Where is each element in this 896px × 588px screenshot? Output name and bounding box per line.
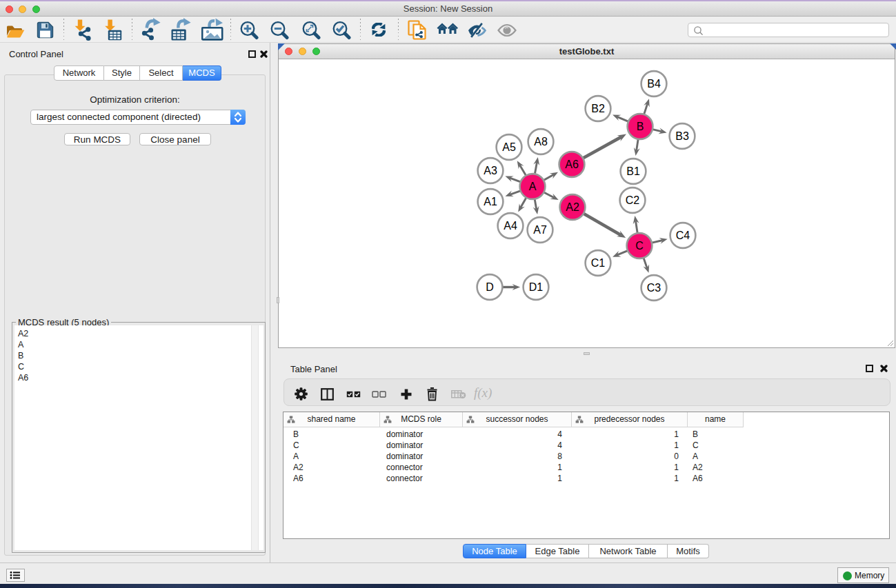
- svg-text:C3: C3: [647, 282, 661, 294]
- svg-text:B1: B1: [626, 165, 640, 177]
- svg-text:D1: D1: [529, 281, 544, 293]
- svg-text:A5: A5: [502, 141, 516, 153]
- svg-text:B3: B3: [675, 130, 689, 142]
- svg-text:C1: C1: [591, 257, 606, 269]
- svg-text:C: C: [635, 240, 644, 252]
- svg-text:B4: B4: [647, 78, 661, 90]
- svg-text:A3: A3: [484, 165, 497, 176]
- svg-text:A1: A1: [484, 196, 497, 207]
- svg-text:D: D: [486, 281, 494, 293]
- svg-text:B2: B2: [591, 103, 605, 114]
- svg-text:C4: C4: [676, 230, 690, 241]
- svg-text:A2: A2: [566, 201, 579, 213]
- svg-text:A: A: [529, 181, 537, 192]
- svg-text:A4: A4: [504, 220, 517, 232]
- svg-text:A8: A8: [534, 136, 548, 148]
- svg-text:B: B: [637, 121, 644, 132]
- svg-text:A6: A6: [565, 159, 579, 170]
- svg-text:C2: C2: [626, 194, 640, 206]
- svg-text:A7: A7: [533, 224, 547, 236]
